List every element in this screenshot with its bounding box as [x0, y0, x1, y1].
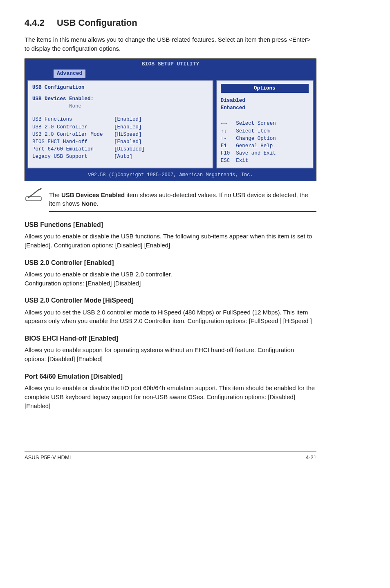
subhead-usb20-mode: USB 2.0 Controller Mode [HiSpeed]	[25, 296, 316, 305]
note-block: The USB Devices Enabled item shows auto-…	[25, 187, 316, 212]
bios-left-heading: USB Configuration	[32, 84, 208, 91]
bios-help-block: ←→ Select Screen ↑↓ Select Item +- Chang…	[221, 112, 309, 164]
subhead-ehci: BIOS EHCI Hand-off [Enabled]	[25, 334, 316, 343]
bios-row-port6460[interactable]: Port 64/60 Emulation[Disabled]	[32, 146, 208, 153]
subhead-port6460: Port 64/60 Emulation [Disabled]	[25, 372, 316, 381]
arrows-ud-icon: ↑↓	[221, 128, 227, 134]
option-enhanced[interactable]: Enhanced	[221, 104, 309, 112]
svg-rect-0	[26, 197, 41, 201]
footer-right: 4-21	[306, 454, 316, 462]
bios-tab-advanced[interactable]: Advanced	[54, 70, 85, 78]
footer-left: ASUS P5E-V HDMI	[25, 454, 71, 462]
para-usb20-mode: Allows you to set the USB 2.0 controller…	[25, 308, 316, 326]
esc-key: ESC	[221, 158, 230, 164]
bios-settings-block: USB Functions[Enabled] USB 2.0 Controlle…	[32, 116, 208, 160]
bios-right-panel: Options Disabled Enhanced ←→ Select Scre…	[216, 80, 314, 168]
para-ehci: Allows you to enable support for operati…	[25, 346, 316, 364]
para-usb20-controller: Allows you to enable or disable the USB …	[25, 270, 316, 288]
f1-key: F1	[221, 143, 227, 149]
bios-row-legacy-usb[interactable]: Legacy USB Support[Auto]	[32, 153, 208, 160]
svg-line-1	[29, 189, 39, 197]
plus-minus-icon: +-	[221, 136, 227, 141]
section-title: 4.4.2USB Configuration	[25, 16, 316, 29]
bios-screen: BIOS SETUP UTILITY Advanced USB Configur…	[25, 58, 316, 181]
usb-devices-value: None	[32, 103, 208, 110]
bios-row-usb20-mode[interactable]: USB 2.0 Controller Mode[HiSpeed]	[32, 131, 208, 138]
subhead-usb20-controller: USB 2.0 Controller [Enabled]	[25, 258, 316, 267]
option-disabled[interactable]: Disabled	[221, 97, 309, 104]
page-footer: ASUS P5E-V HDMI 4-21	[25, 451, 316, 462]
bios-row-ehci-handoff[interactable]: BIOS EHCI Hand-off[Enabled]	[32, 138, 208, 146]
bios-row-usb-functions[interactable]: USB Functions[Enabled]	[32, 116, 208, 123]
options-title: Options	[221, 84, 309, 93]
bios-left-panel: USB Configuration USB Devices Enabled: N…	[27, 80, 213, 168]
bios-footer: v02.58 (C)Copyright 1985-2007, American …	[25, 171, 316, 180]
intro-text: The items in this menu allows you to cha…	[25, 35, 316, 53]
note-text: The USB Devices Enabled item shows auto-…	[49, 187, 316, 212]
section-number: 4.4.2	[25, 18, 45, 28]
para-usb-functions: Allows you to enable or disable the USB …	[25, 232, 316, 250]
para-port6460: Allows you to enable or disable the I/O …	[25, 384, 316, 410]
note-icon	[25, 187, 43, 205]
usb-devices-label: USB Devices Enabled:	[32, 95, 208, 103]
bios-row-usb20-controller[interactable]: USB 2.0 Controller[Enabled]	[32, 123, 208, 131]
bios-panels: USB Configuration USB Devices Enabled: N…	[25, 80, 316, 171]
section-name: USB Configuration	[57, 18, 137, 28]
subhead-usb-functions: USB Functions [Enabled]	[25, 220, 316, 229]
f10-key: F10	[221, 150, 230, 156]
arrows-lr-icon: ←→	[221, 121, 227, 126]
bios-title: BIOS SETUP UTILITY	[25, 59, 316, 68]
